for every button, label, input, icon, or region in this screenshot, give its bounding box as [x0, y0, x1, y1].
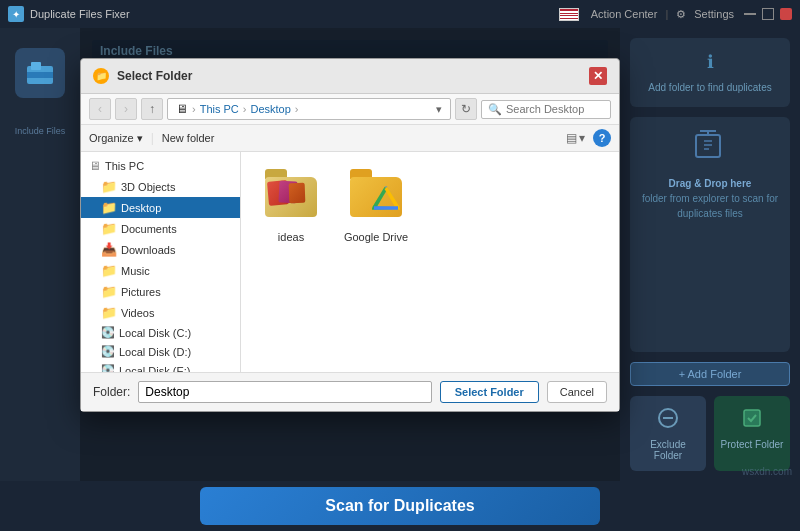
- view-button[interactable]: ▤ ▾: [566, 131, 585, 145]
- drive-icon-d: 💽: [101, 345, 115, 358]
- close-button[interactable]: [780, 8, 792, 20]
- tree-item-documents[interactable]: 📁 Documents: [81, 218, 240, 239]
- up-button[interactable]: ↑: [141, 98, 163, 120]
- scan-duplicates-button[interactable]: Scan for Duplicates: [200, 487, 600, 525]
- folder-icon-3dobjects: 📁: [101, 179, 117, 194]
- dialog-footer: Folder: Select Folder Cancel: [81, 372, 619, 411]
- protect-folder-label: Protect Folder: [721, 439, 784, 450]
- tree-item-local-c[interactable]: 💽 Local Disk (C:): [81, 323, 240, 342]
- dialog-toolbar: Organize ▾ | New folder ▤ ▾ ?: [81, 125, 619, 152]
- toolbar-sep: |: [151, 131, 154, 145]
- tree-item-desktop[interactable]: 📁 Desktop: [81, 197, 240, 218]
- dialog-nav: ‹ › ↑ 🖥 › This PC › Desktop › ▾ ↻: [81, 94, 619, 125]
- protect-folder-button[interactable]: Protect Folder: [714, 396, 790, 471]
- settings-label[interactable]: Settings: [694, 8, 734, 20]
- svg-rect-2: [31, 62, 41, 70]
- flag-icon: [559, 8, 579, 21]
- folder-icon-documents: 📁: [101, 221, 117, 236]
- search-icon: 🔍: [488, 103, 502, 116]
- tree-label-pictures: Pictures: [121, 286, 161, 298]
- minimize-button[interactable]: [744, 13, 756, 15]
- add-folder-button[interactable]: + Add Folder: [630, 362, 790, 386]
- search-input[interactable]: [506, 103, 596, 115]
- exclude-folder-button[interactable]: Exclude Folder: [630, 396, 706, 471]
- folder-icon-music: 📁: [101, 263, 117, 278]
- tree-label-thispc: This PC: [105, 160, 144, 172]
- tree-item-downloads[interactable]: 📥 Downloads: [81, 239, 240, 260]
- forward-button[interactable]: ›: [115, 98, 137, 120]
- tree-label-local-e: Local Disk (E:): [119, 365, 191, 373]
- tree-panel: 🖥 This PC 📁 3D Objects 📁 Desktop: [81, 152, 241, 372]
- add-folder-info-box: ℹ Add folder to find duplicates: [630, 38, 790, 107]
- bottom-bar: Scan for Duplicates: [0, 481, 800, 531]
- search-bar: 🔍: [481, 100, 611, 119]
- drag-drop-desc: folder from explorer to scan for duplica…: [638, 191, 782, 221]
- select-folder-button[interactable]: Select Folder: [440, 381, 539, 403]
- organize-label: Organize: [89, 132, 134, 144]
- folder-field-label: Folder:: [93, 385, 130, 399]
- tree-item-local-d[interactable]: 💽 Local Disk (D:): [81, 342, 240, 361]
- gdrive-logo-icon: [372, 186, 400, 215]
- breadcrumb-dropdown[interactable]: ▾: [436, 103, 442, 116]
- folder-name-input[interactable]: [138, 381, 431, 403]
- breadcrumb-desktop[interactable]: Desktop: [250, 103, 290, 115]
- tree-item-thispc[interactable]: 🖥 This PC: [81, 156, 240, 176]
- sidebar-logo: [15, 48, 65, 98]
- watermark: wsxdn.com: [742, 466, 792, 477]
- file-item-ideas[interactable]: ideas: [256, 167, 326, 243]
- tree-label-3dobjects: 3D Objects: [121, 181, 175, 193]
- tree-item-videos[interactable]: 📁 Videos: [81, 302, 240, 323]
- svg-rect-15: [744, 410, 760, 426]
- dialog-icon: 📁: [93, 68, 109, 84]
- svg-rect-7: [696, 135, 720, 157]
- breadcrumb-thispc[interactable]: This PC: [200, 103, 239, 115]
- ideas-folder-label: ideas: [278, 231, 304, 243]
- dialog-body: 🖥 This PC 📁 3D Objects 📁 Desktop: [81, 152, 619, 372]
- file-item-gdrive[interactable]: Google Drive: [341, 167, 411, 243]
- dialog-overlay: 📁 Select Folder ✕ ‹ › ↑ 🖥 › This PC: [80, 28, 620, 481]
- cancel-button[interactable]: Cancel: [547, 381, 607, 403]
- dialog-titlebar: 📁 Select Folder ✕: [81, 59, 619, 94]
- view-icon: ▤: [566, 131, 577, 145]
- help-button[interactable]: ?: [593, 129, 611, 147]
- drag-drop-title: Drag & Drop here: [638, 176, 782, 191]
- dialog-close-button[interactable]: ✕: [589, 67, 607, 85]
- organize-button[interactable]: Organize ▾: [89, 132, 143, 145]
- drag-drop-box: Drag & Drop here folder from explorer to…: [630, 117, 790, 352]
- svg-line-4: [374, 188, 386, 208]
- tree-label-music: Music: [121, 265, 150, 277]
- app-icon: ✦: [8, 6, 24, 22]
- exclude-folder-label: Exclude Folder: [650, 439, 686, 461]
- exclude-icon: [636, 406, 700, 435]
- svg-line-5: [386, 188, 398, 208]
- tree-item-pictures[interactable]: 📁 Pictures: [81, 281, 240, 302]
- maximize-button[interactable]: [762, 8, 774, 20]
- tree-item-local-e[interactable]: 💽 Local Disk (E:): [81, 361, 240, 372]
- drive-icon-e: 💽: [101, 364, 115, 372]
- tree-item-music[interactable]: 📁 Music: [81, 260, 240, 281]
- tree-label-desktop: Desktop: [121, 202, 161, 214]
- info-icon: ℹ: [638, 50, 782, 75]
- ideas-folder-thumb: [265, 177, 317, 217]
- sidebar-include-files-label: Include Files: [15, 126, 66, 136]
- file-panel: ideas: [241, 152, 619, 372]
- new-folder-button[interactable]: New folder: [162, 132, 215, 144]
- ideas-folder-icon-wrap: [261, 167, 321, 227]
- tree-item-3dobjects[interactable]: 📁 3D Objects: [81, 176, 240, 197]
- back-button[interactable]: ‹: [89, 98, 111, 120]
- gdrive-folder-thumb: [350, 177, 402, 217]
- tree-label-documents: Documents: [121, 223, 177, 235]
- tree-label-local-d: Local Disk (D:): [119, 346, 191, 358]
- gdrive-folder-label: Google Drive: [344, 231, 408, 243]
- action-buttons: Exclude Folder Protect Folder: [630, 396, 790, 471]
- folder-icon-downloads: 📥: [101, 242, 117, 257]
- breadcrumb-sep-2: ›: [243, 103, 247, 115]
- folder-icon-pictures: 📁: [101, 284, 117, 299]
- action-center-label[interactable]: Action Center: [591, 8, 658, 20]
- title-bar-right: Action Center | ⚙ Settings: [559, 8, 734, 21]
- refresh-button[interactable]: ↻: [455, 98, 477, 120]
- app-title: Duplicate Files Fixer: [30, 8, 559, 20]
- right-panel: ℹ Add folder to find duplicates Drag & D…: [620, 28, 800, 481]
- main-content: Include Files Scans the follow ✓ 📁 C:\Us…: [80, 28, 620, 481]
- pc-icon: 🖥: [89, 159, 101, 173]
